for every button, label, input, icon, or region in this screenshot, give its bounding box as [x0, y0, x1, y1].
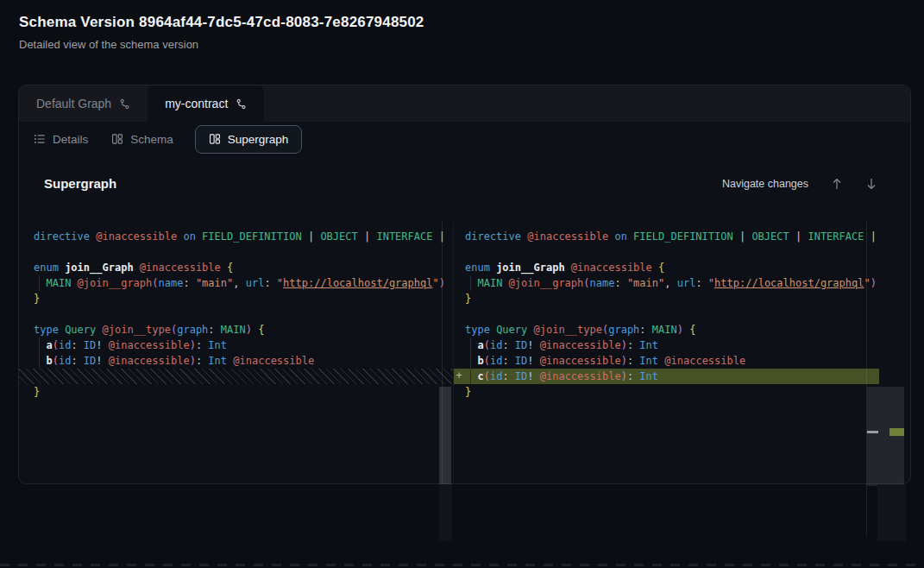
- code-line: directive @inaccessible on FIELD_DEFINIT…: [34, 229, 453, 244]
- code-line: enum join__Graph @inaccessible {: [465, 260, 879, 275]
- code-line: [465, 244, 879, 260]
- panel-header: Supergraph Navigate changes: [19, 156, 910, 191]
- navigate-changes-controls: Navigate changes: [722, 177, 877, 191]
- code-line: }: [34, 384, 453, 400]
- code-line: MAIN @join__graph(name: "main", url: "ht…: [34, 275, 453, 291]
- code-line: directive @inaccessible on FIELD_DEFINIT…: [465, 229, 879, 244]
- overview-cursor-marker: [867, 431, 878, 433]
- diff-pane-original[interactable]: directive @inaccessible on FIELD_DEFINIT…: [19, 222, 453, 483]
- tab-schema[interactable]: Schema: [111, 133, 173, 146]
- code-line: a(id: ID! @inaccessible): Int: [34, 338, 453, 353]
- code-line: b(id: ID! @inaccessible): Int @inaccessi…: [34, 353, 453, 369]
- left-scrollbar-thumb[interactable]: [439, 387, 451, 486]
- code-line: }: [465, 384, 879, 400]
- right-scrollbar-tail: [877, 484, 906, 541]
- code-line: type Query @join__type(graph: MAIN) {: [465, 322, 879, 338]
- panel-heading: Supergraph: [44, 176, 116, 191]
- code-line: a(id: ID! @inaccessible): Int: [465, 338, 879, 353]
- right-overview-ruler-line: [866, 221, 867, 535]
- schema-version-page: Schema Version 8964af44-7dc5-47cd-8083-7…: [0, 0, 924, 568]
- view-tab-strip: Details Schema: [19, 122, 910, 156]
- code-line: [465, 306, 879, 322]
- schema-version-card: Default Graph my-contract: [18, 85, 911, 484]
- diff-placeholder-line: [34, 369, 453, 384]
- tab-details-label: Details: [53, 133, 88, 146]
- overview-added-marker: [889, 428, 904, 436]
- variant-fork-icon: [236, 98, 247, 110]
- tab-schema-label: Schema: [130, 133, 173, 146]
- arrow-up-icon[interactable]: [831, 177, 843, 191]
- code-line: }: [34, 291, 453, 306]
- right-scrollbar-thumb[interactable]: [867, 387, 904, 486]
- code-line: }: [465, 291, 879, 306]
- page-subtitle: Detailed view of the schema version: [19, 38, 424, 51]
- variant-tab-strip: Default Graph my-contract: [19, 85, 910, 122]
- code-line: enum join__Graph @inaccessible {: [34, 260, 453, 275]
- tab-my-contract-label: my-contract: [165, 97, 228, 110]
- variant-fork-icon: [119, 98, 130, 110]
- tab-default-graph[interactable]: Default Graph: [19, 85, 148, 122]
- split-layout-icon: [111, 133, 123, 145]
- page-title: Schema Version 8964af44-7dc5-47cd-8083-7…: [19, 14, 424, 31]
- code-line: MAIN @join__graph(name: "main", url: "ht…: [465, 275, 879, 291]
- code-line: [34, 244, 453, 260]
- code-line: type Query @join__type(graph: MAIN) {: [34, 322, 453, 338]
- navigate-changes-label: Navigate changes: [722, 178, 808, 190]
- tab-details[interactable]: Details: [34, 133, 88, 146]
- added-line-marker: +: [453, 369, 465, 382]
- diff-pane-modified[interactable]: directive @inaccessible on FIELD_DEFINIT…: [453, 222, 879, 483]
- split-layout-icon: [209, 133, 221, 145]
- bottom-dashed-divider: [0, 564, 924, 566]
- tab-my-contract[interactable]: my-contract: [148, 85, 264, 122]
- tab-default-graph-label: Default Graph: [36, 97, 111, 110]
- arrow-down-icon[interactable]: [865, 177, 877, 191]
- tab-supergraph[interactable]: Supergraph: [195, 125, 303, 154]
- code-line: [34, 306, 453, 322]
- list-icon: [34, 133, 46, 145]
- left-scrollbar-tail: [439, 484, 452, 541]
- code-line: b(id: ID! @inaccessible): Int @inaccessi…: [465, 353, 879, 369]
- page-header: Schema Version 8964af44-7dc5-47cd-8083-7…: [19, 14, 424, 51]
- tab-supergraph-label: Supergraph: [228, 133, 289, 146]
- code-line-added: c(id: ID! @inaccessible): Int: [454, 369, 879, 384]
- supergraph-diff-editor: directive @inaccessible on FIELD_DEFINIT…: [19, 222, 910, 483]
